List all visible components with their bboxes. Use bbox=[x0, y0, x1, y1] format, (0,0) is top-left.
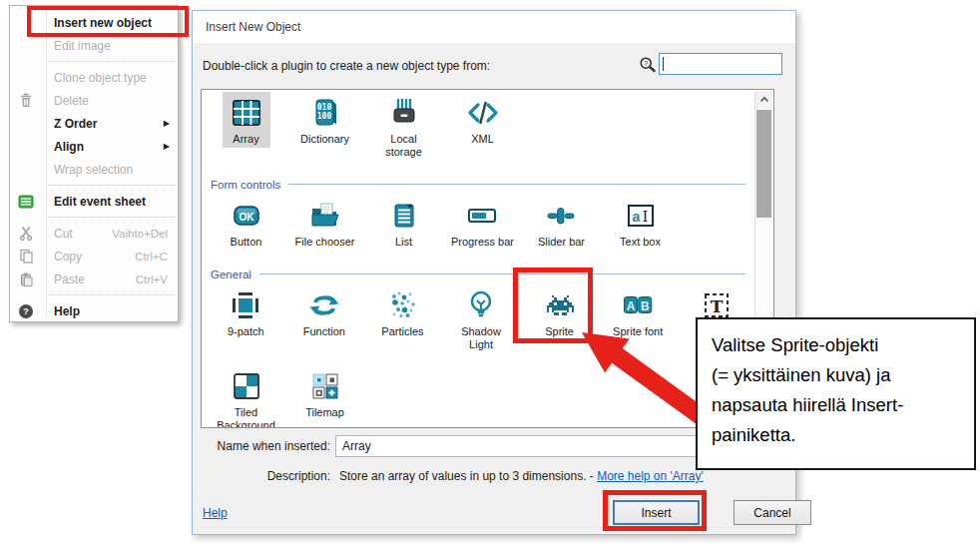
array-icon bbox=[230, 96, 263, 130]
paste-icon bbox=[17, 272, 35, 287]
svg-text:?: ? bbox=[23, 305, 29, 316]
plugin-item-slider-bar[interactable]: Slider bar bbox=[522, 195, 601, 251]
cancel-button[interactable]: Cancel bbox=[734, 500, 811, 525]
plugin-item-xml[interactable]: XML bbox=[443, 92, 522, 161]
svg-text:I: I bbox=[642, 208, 648, 226]
menu-item-clone-object-type: Clone object type bbox=[10, 66, 178, 89]
file-chooser-icon bbox=[307, 199, 341, 233]
menu-item-z-order[interactable]: Z Order ▶ bbox=[10, 112, 178, 135]
plugin-row: Array 010100 Dictionary Local storage bbox=[202, 92, 755, 161]
search-input[interactable] bbox=[659, 53, 782, 75]
context-menu: Insert new object Edit image Clone objec… bbox=[9, 5, 179, 322]
menu-item-label: Edit image bbox=[54, 39, 111, 53]
annotation-box-sprite bbox=[513, 268, 593, 343]
plugin-label: Tiled Background bbox=[214, 406, 278, 428]
plugin-item-array[interactable]: Array bbox=[207, 92, 285, 161]
menu-separator bbox=[48, 185, 175, 186]
plugin-item-local-storage[interactable]: Local storage bbox=[364, 92, 443, 161]
search-icon: ? bbox=[639, 56, 657, 74]
menu-item-help[interactable]: ? Help bbox=[10, 299, 178, 322]
svg-text:OK: OK bbox=[239, 211, 254, 222]
progress-bar-icon bbox=[465, 199, 499, 233]
plugin-label: XML bbox=[471, 133, 494, 146]
plugin-label: List bbox=[395, 236, 412, 249]
plugin-label: Button bbox=[231, 236, 262, 249]
sprite-font-icon: AB bbox=[621, 288, 655, 322]
description-body: Store an array of values in up to 3 dime… bbox=[339, 469, 594, 483]
plugin-item-tiled-background[interactable]: Tiled Background bbox=[207, 365, 285, 428]
plugin-label: 9-patch bbox=[228, 325, 264, 338]
menu-item-label: Align bbox=[54, 140, 84, 154]
plugin-label: Local storage bbox=[371, 133, 436, 159]
text-box-icon: aI bbox=[624, 199, 658, 233]
plugin-label: File chooser bbox=[295, 236, 355, 249]
menu-item-label: Clone object type bbox=[54, 71, 147, 85]
help-icon: ? bbox=[17, 303, 35, 319]
plugin-item-button[interactable]: OK Button bbox=[207, 195, 285, 251]
menu-item-cut: Cut Vaihto+Del bbox=[10, 222, 178, 245]
plugin-item-tilemap[interactable]: Tilemap bbox=[285, 365, 364, 428]
menu-item-label: Paste bbox=[54, 272, 85, 286]
menu-separator bbox=[48, 61, 175, 62]
plugin-item-9-patch[interactable]: 9-patch bbox=[207, 284, 285, 353]
plugin-item-function[interactable]: Function bbox=[285, 284, 364, 353]
menu-item-align[interactable]: Align ▶ bbox=[10, 135, 178, 158]
dialog-prompt: Double-click a plugin to create a new ob… bbox=[203, 59, 490, 73]
menu-item-edit-event-sheet[interactable]: Edit event sheet bbox=[10, 190, 178, 213]
screenshot-stage: Insert new object Edit image Clone objec… bbox=[0, 0, 980, 544]
menu-item-copy: Copy Ctrl+C bbox=[10, 245, 178, 268]
menu-item-wrap-selection: Wrap selection bbox=[10, 158, 178, 181]
plugin-item-dictionary[interactable]: 010100 Dictionary bbox=[285, 92, 364, 161]
section-header-form-controls: Form controls bbox=[211, 179, 745, 191]
xml-icon bbox=[466, 96, 500, 130]
svg-text:B: B bbox=[641, 298, 650, 312]
plugin-label: Shadow Light bbox=[449, 325, 514, 351]
menu-item-label: Help bbox=[54, 304, 80, 318]
annotation-box-insert-button bbox=[603, 490, 707, 531]
submenu-arrow-icon: ▶ bbox=[164, 142, 170, 151]
copy-icon bbox=[17, 249, 35, 265]
tiled-background-icon bbox=[230, 369, 263, 403]
plugin-label: Slider bar bbox=[538, 236, 585, 249]
plugin-item-shadow-light[interactable]: Shadow Light bbox=[442, 284, 521, 353]
trash-icon bbox=[17, 93, 35, 109]
plugin-label: Array bbox=[233, 133, 258, 146]
plugin-label: Tilemap bbox=[305, 406, 344, 419]
particles-icon bbox=[385, 288, 419, 322]
menu-item-label: Delete bbox=[54, 94, 89, 108]
plugin-item-file-chooser[interactable]: File chooser bbox=[285, 195, 364, 251]
shadow-light-icon bbox=[464, 288, 498, 322]
dictionary-icon: 010100 bbox=[308, 96, 342, 130]
svg-text:a: a bbox=[632, 209, 640, 225]
menu-separator bbox=[48, 294, 175, 295]
menu-item-paste: Paste Ctrl+V bbox=[10, 268, 178, 290]
plugin-label: Progress bar bbox=[451, 236, 514, 249]
event-sheet-icon bbox=[17, 194, 35, 210]
plugin-item-text-box[interactable]: aI Text box bbox=[601, 195, 680, 251]
more-help-link[interactable]: More help on 'Array' bbox=[597, 469, 704, 483]
menu-item-delete: Delete bbox=[10, 89, 178, 112]
plugin-label: Text box bbox=[620, 236, 661, 249]
plugin-item-particles[interactable]: Particles bbox=[363, 284, 442, 353]
menu-separator bbox=[48, 217, 175, 218]
annotation-callout: Valitse Sprite-objekti (= yksittäinen ku… bbox=[696, 317, 976, 470]
menu-shortcut: Ctrl+C bbox=[135, 251, 168, 263]
menu-item-label: Edit event sheet bbox=[54, 195, 146, 209]
button-icon: OK bbox=[230, 199, 263, 233]
text-caret bbox=[663, 57, 664, 71]
menu-item-label: Copy bbox=[54, 250, 82, 264]
plugin-item-list[interactable]: List bbox=[364, 195, 443, 251]
plugin-item-progress-bar[interactable]: Progress bar bbox=[443, 195, 522, 251]
svg-text:010: 010 bbox=[316, 103, 331, 112]
tilemap-icon bbox=[308, 369, 342, 403]
svg-text:100: 100 bbox=[316, 112, 331, 121]
scrollbar-thumb[interactable] bbox=[756, 110, 771, 218]
menu-item-label: Z Order bbox=[54, 117, 97, 131]
menu-item-label: Cut bbox=[54, 227, 73, 241]
help-link[interactable]: Help bbox=[203, 506, 228, 520]
scissors-icon bbox=[17, 226, 35, 242]
menu-shortcut: Vaihto+Del bbox=[112, 228, 168, 240]
svg-text:A: A bbox=[627, 298, 636, 312]
scroll-up-arrow-icon[interactable] bbox=[755, 91, 772, 108]
plugin-label: Dictionary bbox=[300, 133, 349, 146]
